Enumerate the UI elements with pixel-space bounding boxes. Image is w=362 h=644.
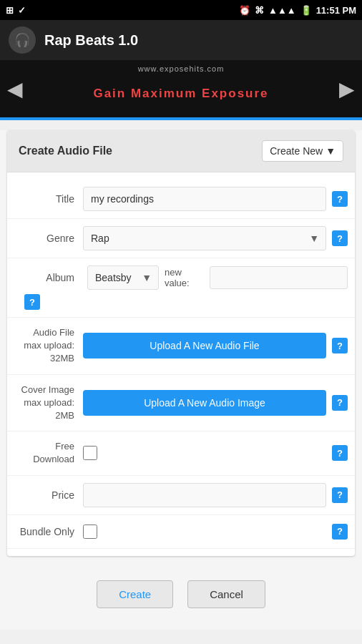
banner-arrows: ◀ Gain Maximum Exposure ▶ (0, 77, 362, 101)
upload-image-button[interactable]: Upload A New Audio Image (83, 390, 326, 416)
upload-audio-button[interactable]: Upload A New Audio File (83, 333, 326, 358)
price-label: Price (19, 489, 83, 501)
wifi-icon: ⌘ (255, 5, 264, 16)
dropdown-arrow-icon: ▼ (326, 145, 336, 157)
banner-tagline: Gain Maximum Exposure (93, 86, 268, 100)
status-left-icons: ⊞ ✓ (6, 5, 26, 16)
cover-image-row: Cover Imagemax upload:2MB Upload A New A… (7, 375, 355, 432)
form-header: Create Audio File Create New ▼ (7, 130, 355, 172)
banner: www.exposehits.com ◀ Gain Maximum Exposu… (0, 60, 362, 117)
album-select-wrapper: Beatsby ▼ (87, 265, 159, 290)
bundle-only-checkbox[interactable] (83, 525, 97, 539)
price-help-button[interactable]: ? (332, 487, 348, 503)
album-label: Album (19, 272, 83, 283)
audio-help-button[interactable]: ? (332, 338, 348, 353)
genre-label: Genre (19, 233, 83, 244)
app-bar: 🎧 Rap Beats 1.0 (0, 20, 362, 60)
free-download-row: FreeDownload ? (7, 431, 355, 475)
free-download-help-button[interactable]: ? (332, 445, 348, 461)
genre-select-wrapper: Rap Hip Hop R&B Pop Rock ▼ (83, 226, 326, 250)
album-row: Album Beatsby ▼ new value: ? (7, 258, 355, 318)
audio-file-row: Audio Filemax upload:32MB Upload A New A… (7, 318, 355, 375)
cover-image-label: Cover Imagemax upload:2MB (19, 384, 83, 423)
form-title: Create Audio File (19, 145, 112, 157)
price-input[interactable] (83, 483, 326, 507)
battery-icon: 🔋 (300, 5, 312, 16)
check-icon: ✓ (18, 5, 26, 16)
action-buttons: Create Cancel (0, 566, 362, 615)
free-download-checkbox[interactable] (83, 446, 97, 460)
form-card: Create Audio File Create New ▼ Title ? G… (7, 130, 355, 556)
alarm-icon: ⏰ (239, 5, 250, 16)
status-right-icons: ⏰ ⌘ ▲▲▲ 🔋 11:51 PM (239, 5, 356, 16)
audio-file-label: Audio Filemax upload:32MB (19, 326, 83, 366)
title-help-button[interactable]: ? (332, 191, 348, 207)
left-arrow-icon: ◀ (7, 77, 23, 101)
free-download-label: FreeDownload (19, 440, 83, 466)
cancel-button[interactable]: Cancel (187, 580, 265, 608)
genre-row: Genre Rap Hip Hop R&B Pop Rock ▼ ? (7, 219, 355, 258)
album-help-button[interactable]: ? (24, 294, 40, 310)
signal-icon: ▲▲▲ (268, 5, 296, 16)
album-select[interactable]: Beatsby (87, 265, 159, 290)
create-new-button[interactable]: Create New ▼ (262, 140, 343, 162)
genre-help-button[interactable]: ? (332, 230, 348, 246)
create-new-label: Create New (270, 145, 323, 157)
banner-url: www.exposehits.com (138, 64, 225, 73)
time-display: 11:51 PM (316, 5, 356, 16)
form-body: Title ? Genre Rap Hip Hop R&B Pop Rock ▼ (7, 172, 355, 556)
album-controls: Beatsby ▼ new value: (87, 265, 348, 290)
main-content: Create Audio File Create New ▼ Title ? G… (0, 130, 362, 630)
new-value-input[interactable] (210, 266, 348, 289)
title-row: Title ? (7, 180, 355, 219)
bundle-only-row: Bundle Only ? (7, 515, 355, 549)
grid-icon: ⊞ (6, 5, 14, 16)
bundle-only-label: Bundle Only (19, 526, 83, 537)
bundle-help-button[interactable]: ? (332, 524, 348, 540)
create-button[interactable]: Create (97, 580, 173, 608)
new-value-label: new value: (165, 267, 204, 288)
price-row: Price ? (7, 476, 355, 515)
right-arrow-icon: ▶ (339, 77, 355, 101)
title-label: Title (19, 193, 83, 205)
accent-bar (0, 117, 362, 120)
status-bar: ⊞ ✓ ⏰ ⌘ ▲▲▲ 🔋 11:51 PM (0, 0, 362, 20)
image-help-button[interactable]: ? (332, 395, 348, 411)
genre-select[interactable]: Rap Hip Hop R&B Pop Rock (83, 226, 326, 250)
app-title: Rap Beats 1.0 (44, 32, 138, 49)
app-icon: 🎧 (9, 26, 36, 54)
title-input[interactable] (83, 187, 326, 211)
